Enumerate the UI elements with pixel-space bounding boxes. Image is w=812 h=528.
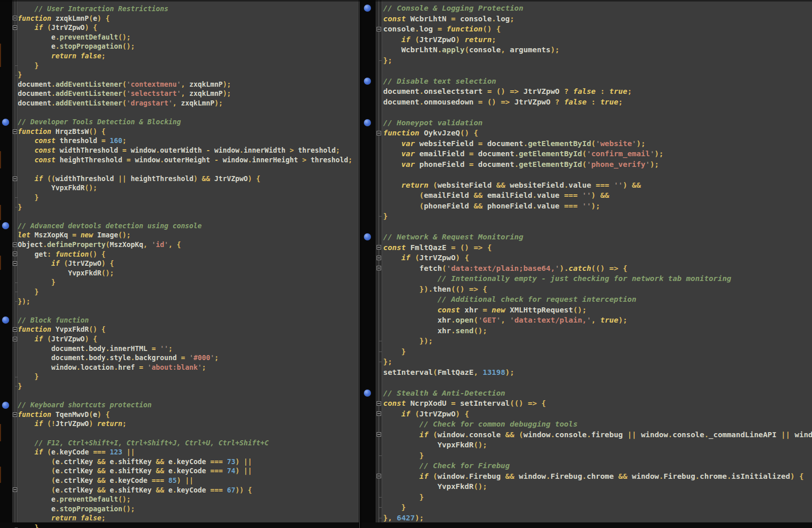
code-line[interactable]: } xyxy=(18,372,39,381)
code-line[interactable]: fetch('data:text/plain;base64,').catch((… xyxy=(383,263,627,274)
code-line[interactable]: (emailField && emailField.value === '') … xyxy=(383,190,610,201)
code-line[interactable]: let MszXopKq = new Image(); xyxy=(18,230,131,240)
fold-collapse-box-icon[interactable] xyxy=(13,242,17,247)
code-line[interactable]: const threshold = 160; xyxy=(18,136,126,146)
code-line[interactable]: (e.ctrlKey && e.shiftKey && e.keyCode ==… xyxy=(18,457,252,467)
code-line[interactable]: if ((widthThreshold || heightThreshold) … xyxy=(18,174,260,184)
code-line[interactable]: // Check for common debugging tools xyxy=(383,419,578,430)
code-line[interactable]: } xyxy=(18,287,39,297)
code-line[interactable]: (phoneField && phoneField.value === ''); xyxy=(383,201,600,212)
code-line[interactable]: const widthThreshold = window.outerWidth… xyxy=(18,146,340,155)
right-code-area[interactable]: // Console & Logging Protectionconst Wcb… xyxy=(361,0,812,528)
code-line[interactable]: var websiteField = document.getElementBy… xyxy=(383,138,646,149)
code-line[interactable]: // Additional check for request intercep… xyxy=(383,294,636,305)
code-line[interactable]: e.stopPropagation(); xyxy=(18,504,135,514)
code-line[interactable]: // User Interaction Restrictions xyxy=(18,4,168,14)
fold-collapse-box-icon[interactable] xyxy=(13,327,17,332)
code-line[interactable]: return (websiteField && websiteField.val… xyxy=(383,180,641,191)
code-line[interactable]: document.addEventListener('contextmenu',… xyxy=(18,80,231,89)
code-line[interactable]: } xyxy=(18,381,22,391)
code-line[interactable]: e.preventDefault(); xyxy=(18,32,131,42)
fold-collapse-box-icon[interactable] xyxy=(377,131,381,135)
code-line[interactable]: }); xyxy=(383,336,433,346)
code-line[interactable]: // Keyboard shortcuts protection xyxy=(18,400,152,410)
code-line[interactable]: function OykvJzeQ() { xyxy=(383,128,478,138)
code-line[interactable]: // Check for Firebug xyxy=(383,461,510,471)
fold-collapse-box-icon[interactable] xyxy=(13,337,17,341)
code-line[interactable]: setInterval(FmltQazE, 13198); xyxy=(383,367,514,378)
code-line[interactable]: WcbrLhtN.apply(console, arguments); xyxy=(383,45,560,55)
code-line[interactable]: // Stealth & Anti-Detection xyxy=(383,388,505,399)
code-line[interactable]: if (JtrVZpwO) { xyxy=(18,23,97,32)
fold-collapse-box-icon[interactable] xyxy=(13,16,17,20)
code-line[interactable]: }; xyxy=(383,357,392,367)
code-line[interactable]: // Block function xyxy=(18,315,89,325)
code-line[interactable]: var phoneField = document.getElementById… xyxy=(383,159,659,170)
fold-collapse-box-icon[interactable] xyxy=(13,25,17,30)
fold-collapse-box-icon[interactable] xyxy=(13,412,17,417)
code-line[interactable]: document.onselectstart = () => JtrVZpwO … xyxy=(383,86,632,97)
code-line[interactable]: } xyxy=(383,346,406,357)
code-line[interactable]: } xyxy=(383,450,424,461)
code-line[interactable]: }); xyxy=(18,297,30,306)
code-line[interactable]: if (!JtrVZpwO) return; xyxy=(18,419,126,429)
fold-collapse-box-icon[interactable] xyxy=(13,252,17,256)
code-line[interactable]: } xyxy=(383,492,424,503)
code-line[interactable]: function YvpxFkdR() { xyxy=(18,325,106,334)
code-line[interactable]: if (JtrVZpwO) { xyxy=(383,253,469,263)
code-line[interactable]: YvpxFkdR(); xyxy=(18,183,97,193)
code-line[interactable]: const NcrpXodU = setInterval(() => { xyxy=(383,398,546,409)
code-line[interactable]: function zxqkLmnP(e) { xyxy=(18,14,110,23)
code-line[interactable]: e.stopPropagation(); xyxy=(18,42,135,51)
code-line[interactable]: if (window.Firebug && window.Firebug.chr… xyxy=(383,471,804,482)
fold-collapse-box-icon[interactable] xyxy=(13,261,17,266)
code-line[interactable]: document.body.style.background = '#000'; xyxy=(18,353,219,363)
code-line[interactable]: // Console & Logging Protection xyxy=(383,3,523,14)
left-code-area[interactable]: // User Interaction Restrictionsfunction… xyxy=(0,0,359,528)
code-line[interactable]: }).then(() => { xyxy=(383,284,487,295)
fold-collapse-box-icon[interactable] xyxy=(377,411,381,416)
code-line[interactable]: // Honeypot validation xyxy=(383,118,483,128)
code-line[interactable]: const heightThreshold = window.outerHeig… xyxy=(18,155,352,165)
code-line[interactable]: // Disable text selection xyxy=(383,76,496,87)
fold-collapse-box-icon[interactable] xyxy=(377,27,381,31)
code-line[interactable]: function HrqzBtsW() { xyxy=(18,127,106,136)
code-line[interactable]: } xyxy=(383,502,406,513)
code-line[interactable]: (e.ctrlKey && e.shiftKey && e.keyCode ==… xyxy=(18,466,252,476)
code-line[interactable]: YvpxFkdR(); xyxy=(383,440,487,450)
pane-splitter[interactable] xyxy=(359,0,360,528)
code-line[interactable]: // Network & Request Monitoring xyxy=(383,232,523,242)
code-line[interactable]: if (JtrVZpwO) { xyxy=(18,334,97,344)
code-line[interactable]: window.location.href = 'about:blank'; xyxy=(18,363,206,372)
fold-collapse-box-icon[interactable] xyxy=(13,129,17,134)
code-line[interactable]: if (JtrVZpwO) return; xyxy=(383,34,496,45)
code-line[interactable]: get: function() { xyxy=(18,250,106,259)
code-line[interactable]: var emailField = document.getElementById… xyxy=(383,149,663,159)
code-line[interactable]: return false; xyxy=(18,51,106,61)
code-line[interactable]: xhr.open('GET', 'data:text/plain,', true… xyxy=(383,315,627,326)
code-line[interactable]: document.addEventListener('selectstart',… xyxy=(18,89,231,98)
code-line[interactable]: }; xyxy=(383,55,392,66)
fold-collapse-box-icon[interactable] xyxy=(377,245,381,250)
code-line[interactable]: document.addEventListener('dragstart', z… xyxy=(18,98,223,108)
code-line[interactable]: // Intentionally empty - just checking f… xyxy=(383,273,731,284)
code-line[interactable]: YvpxFkdR(); xyxy=(18,268,114,278)
code-line[interactable]: Object.defineProperty(MszXopKq, 'id', { xyxy=(18,240,181,250)
code-line[interactable]: if (JtrVZpwO) { xyxy=(18,259,114,268)
fold-collapse-box-icon[interactable] xyxy=(377,266,381,270)
code-line[interactable]: (e.ctrlKey && e.keyCode === 85) || xyxy=(18,476,193,485)
code-line[interactable]: const FmltQazE = () => { xyxy=(383,242,492,253)
code-line[interactable]: const xhr = new XMLHttpRequest(); xyxy=(383,305,587,315)
code-line[interactable]: YvpxFkdR(); xyxy=(383,481,487,492)
code-line[interactable]: // F12, Ctrl+Shift+I, Ctrl+Shift+J, Ctrl… xyxy=(18,438,268,448)
fold-collapse-box-icon[interactable] xyxy=(377,256,381,260)
code-line[interactable]: xhr.send(); xyxy=(383,326,487,336)
code-line[interactable]: } xyxy=(18,61,39,71)
code-line[interactable]: (e.ctrlKey && e.shiftKey && e.keyCode ==… xyxy=(18,485,252,495)
code-line[interactable]: console.log = function() { xyxy=(383,24,501,34)
code-line[interactable]: e.preventDefault(); xyxy=(18,495,131,504)
code-line[interactable]: function TqenMwvD(e) { xyxy=(18,410,110,419)
code-line[interactable]: } xyxy=(383,211,388,222)
code-line[interactable]: } xyxy=(18,523,39,528)
code-line[interactable]: } xyxy=(18,277,55,287)
